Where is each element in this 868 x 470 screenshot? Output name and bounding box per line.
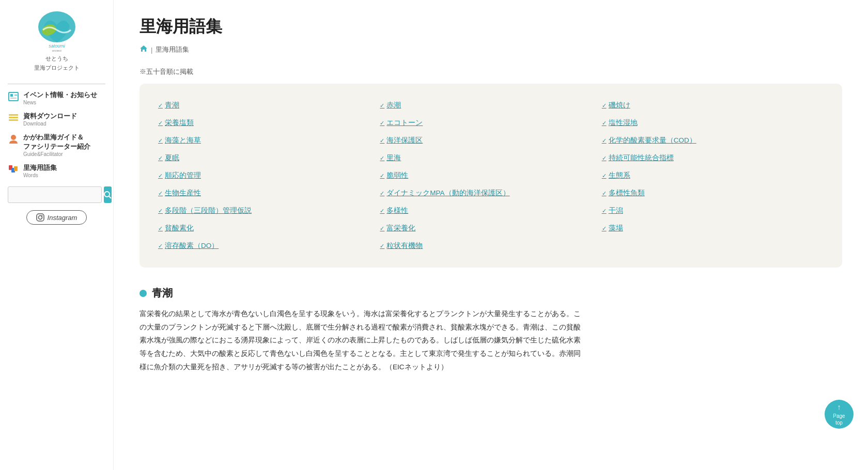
index-link[interactable]: 生物生産性 <box>158 187 380 199</box>
instagram-icon <box>36 213 44 222</box>
index-link[interactable]: 富栄養化 <box>380 222 601 234</box>
svg-rect-5 <box>10 94 13 97</box>
guide-item-text: かがわ里海ガイド＆ ファシリテーター紹介 Guide&Facilitator <box>23 133 90 157</box>
index-link[interactable]: 青潮 <box>158 99 380 112</box>
index-link[interactable]: 海藻と海草 <box>158 134 380 147</box>
sidebar-item-download[interactable]: 資料ダウンロード Download <box>8 112 105 127</box>
sidebar: satoumi project せとうち 里海プロジェクト イベント情報・お知ら… <box>0 0 114 470</box>
download-icon <box>8 112 19 123</box>
sidebar-nav: イベント情報・お知らせ News 資料ダウンロード Download <box>8 90 105 178</box>
index-link[interactable]: 海洋保護区 <box>380 134 601 147</box>
svg-rect-8 <box>9 114 18 116</box>
index-link[interactable]: 多段階（三段階）管理仮説 <box>158 205 380 217</box>
index-link[interactable]: 溶存酸素（DO） <box>158 240 380 252</box>
index-link[interactable]: 磯焼け <box>602 99 824 112</box>
svg-point-19 <box>41 215 42 216</box>
index-link[interactable]: 粒状有機物 <box>380 240 601 252</box>
words-item-text: 里海用語集 Words <box>23 163 57 178</box>
index-link[interactable]: 里海 <box>380 152 601 164</box>
breadcrumb-separator: | <box>151 46 152 54</box>
svg-rect-17 <box>37 214 44 221</box>
section-heading: 青潮 <box>140 286 842 300</box>
svg-point-11 <box>11 135 16 140</box>
page-top-button[interactable]: ↑ Pagetop <box>825 400 854 429</box>
index-link[interactable]: 藻場 <box>602 222 824 234</box>
svg-rect-9 <box>9 117 18 118</box>
svg-text:satoumi: satoumi <box>49 43 66 49</box>
download-item-text: 資料ダウンロード Download <box>23 112 77 127</box>
index-link[interactable]: 多様性 <box>380 205 601 217</box>
section-body: 富栄養化の結果として海水が青色ないし白濁色を呈する現象をいう。海水は富栄養化する… <box>140 307 584 373</box>
search-button[interactable] <box>104 186 112 203</box>
home-icon <box>140 44 148 53</box>
breadcrumb: | 里海用語集 <box>140 44 842 55</box>
index-grid: 青潮赤潮磯焼け栄養塩類エコトーン塩性湿地海藻と海草海洋保護区化学的酸素要求量（C… <box>158 99 824 252</box>
instagram-button[interactable]: Instagram <box>26 210 87 225</box>
page-top-arrow: ↑ <box>838 402 841 412</box>
guide-icon <box>8 133 19 145</box>
page-title: 里海用語集 <box>140 15 842 38</box>
sidebar-item-words[interactable]: 里海用語集 Words <box>8 163 105 178</box>
main-content: 里海用語集 | 里海用語集 ※五十音順に掲載 青潮赤潮磯焼け栄養塩類エコトーン塩… <box>114 0 868 470</box>
logo-area: satoumi project せとうち 里海プロジェクト <box>34 10 80 72</box>
words-icon <box>8 164 19 175</box>
svg-rect-14 <box>14 166 18 171</box>
svg-rect-4 <box>9 92 18 101</box>
news-item-text: イベント情報・お知らせ News <box>23 90 97 105</box>
search-area <box>8 186 105 203</box>
search-icon <box>104 191 112 199</box>
index-link[interactable]: 順応的管理 <box>158 169 380 182</box>
index-link[interactable]: エコトーン <box>380 117 601 129</box>
index-link[interactable]: 多標性魚類 <box>602 187 824 199</box>
index-link[interactable]: ダイナミックMPA（動的海洋保護区） <box>380 187 601 199</box>
index-link[interactable]: 生態系 <box>602 169 824 182</box>
index-link[interactable]: 干潟 <box>602 205 824 217</box>
index-box: 青潮赤潮磯焼け栄養塩類エコトーン塩性湿地海藻と海草海洋保護区化学的酸素要求量（C… <box>140 84 842 268</box>
svg-point-15 <box>104 192 110 197</box>
sidebar-item-news[interactable]: イベント情報・お知らせ News <box>8 90 105 105</box>
index-link[interactable]: 脆弱性 <box>380 169 601 182</box>
svg-text:project: project <box>52 49 61 52</box>
svg-point-18 <box>38 216 42 220</box>
index-link[interactable]: 持続可能性統合指標 <box>602 152 824 164</box>
index-link[interactable]: 化学的酸素要求量（COD） <box>602 134 824 147</box>
index-note: ※五十音順に掲載 <box>140 67 842 76</box>
index-link[interactable]: 夏眠 <box>158 152 380 164</box>
site-name: せとうち 里海プロジェクト <box>34 54 80 72</box>
sidebar-item-guide[interactable]: かがわ里海ガイド＆ ファシリテーター紹介 Guide&Facilitator <box>8 133 105 157</box>
breadcrumb-current: 里海用語集 <box>156 45 189 54</box>
index-link[interactable]: 栄養塩類 <box>158 117 380 129</box>
index-link[interactable]: 赤潮 <box>380 99 601 112</box>
svg-rect-10 <box>9 119 18 121</box>
news-icon <box>8 91 19 102</box>
svg-line-16 <box>109 196 111 198</box>
section-title: 青潮 <box>152 286 173 300</box>
section-dot <box>140 290 147 297</box>
page-top-label: Pagetop <box>833 413 845 426</box>
site-logo: satoumi project <box>34 10 80 52</box>
breadcrumb-home-icon[interactable] <box>140 44 148 55</box>
sidebar-divider <box>8 84 105 84</box>
index-link[interactable]: 塩性湿地 <box>602 117 824 129</box>
index-link[interactable]: 貧酸素化 <box>158 222 380 234</box>
search-input[interactable] <box>8 186 102 203</box>
